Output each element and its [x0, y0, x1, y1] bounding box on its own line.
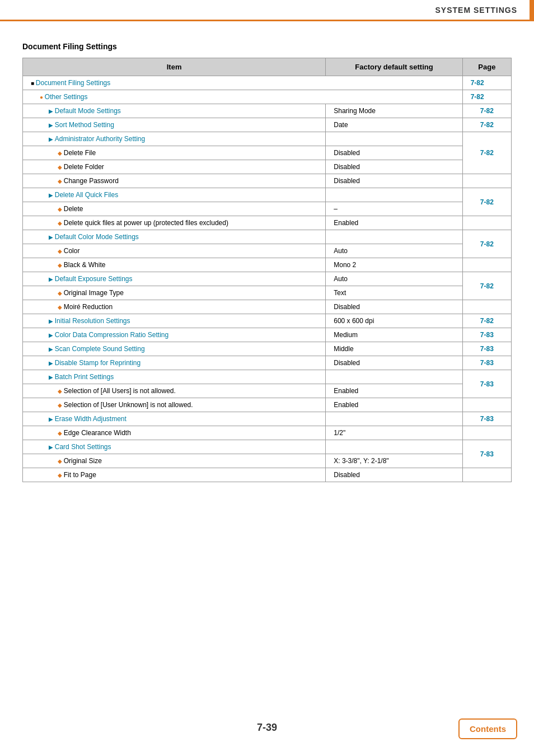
row-page [462, 216, 511, 230]
section-title: Document Filing Settings [22, 42, 512, 51]
row-item: Other Settings [23, 90, 463, 104]
settings-table: Item Factory default setting Page Docume… [22, 58, 512, 482]
table-row: Original Size X: 3-3/8", Y: 2-1/8" [23, 454, 512, 468]
col-header-item: Item [23, 58, 326, 76]
row-item: Administrator Authority Setting [23, 132, 326, 146]
row-item: Disable Stamp for Reprinting [23, 356, 326, 370]
row-value: 1/2" [326, 426, 462, 440]
row-item: Original Size [23, 454, 326, 468]
row-page[interactable]: 7-82 [462, 188, 511, 216]
table-row: Delete File Disabled [23, 146, 512, 160]
row-item: Change Password [23, 174, 326, 188]
row-item: Card Shot Settings [23, 440, 326, 454]
table-row: Default Mode Settings Sharing Mode 7-82 [23, 104, 512, 118]
row-link[interactable]: Sort Method Setting [55, 121, 114, 129]
row-link[interactable]: Administrator Authority Setting [55, 135, 145, 143]
row-page[interactable]: 7-82 [462, 314, 511, 328]
row-item: Batch Print Settings [23, 370, 326, 384]
row-value: Middle [326, 342, 462, 356]
row-page[interactable]: 7-82 [462, 104, 511, 118]
row-value: Enabled [326, 398, 462, 412]
row-item: Delete File [23, 146, 326, 160]
table-row: Delete All Quick Files 7-82 [23, 188, 512, 202]
row-link[interactable]: Initial Resolution Settings [55, 317, 130, 325]
row-value: Enabled [326, 216, 462, 230]
row-link[interactable]: Default Mode Settings [55, 107, 121, 115]
orange-stripe [530, 0, 534, 21]
row-page[interactable]: 7-83 [462, 412, 511, 426]
row-page [462, 300, 511, 314]
row-item: Color [23, 244, 326, 258]
row-link[interactable]: Default Color Mode Settings [55, 233, 139, 241]
row-page[interactable]: 7-82 [462, 272, 511, 300]
table-row: Fit to Page Disabled [23, 468, 512, 482]
table-row: Other Settings 7-82 [23, 90, 512, 104]
row-link[interactable]: Erase Width Adjustment [55, 415, 127, 423]
row-item: Default Mode Settings [23, 104, 326, 118]
table-row: Default Color Mode Settings 7-82 [23, 230, 512, 244]
row-link[interactable]: Card Shot Settings [55, 443, 111, 451]
contents-button[interactable]: Contents [458, 718, 517, 739]
row-item: Delete [23, 202, 326, 216]
table-row: Default Exposure Settings Auto 7-82 [23, 272, 512, 286]
row-link[interactable]: Default Exposure Settings [55, 275, 133, 283]
row-page [462, 426, 511, 440]
row-page[interactable]: 7-83 [462, 356, 511, 370]
row-value: Mono 2 [326, 258, 462, 272]
row-item: Black & White [23, 258, 326, 272]
row-page [462, 468, 511, 482]
footer: 7-39 [0, 722, 534, 734]
row-value: 600 x 600 dpi [326, 314, 462, 328]
row-value: Disabled [326, 300, 462, 314]
table-row: Delete Folder Disabled [23, 160, 512, 174]
main-content: Document Filing Settings Item Factory de… [0, 31, 534, 493]
row-item: Color Data Compression Ratio Setting [23, 328, 326, 342]
row-page[interactable]: 7-83 [462, 370, 511, 398]
row-link[interactable]: Other Settings [45, 93, 88, 101]
row-item: Default Exposure Settings [23, 272, 326, 286]
row-page[interactable]: 7-83 [462, 342, 511, 356]
table-row: Sort Method Setting Date 7-82 [23, 118, 512, 132]
row-item: Fit to Page [23, 468, 326, 482]
row-value: Auto [326, 244, 462, 258]
table-row: Delete – [23, 202, 512, 216]
row-page[interactable]: 7-82 [462, 118, 511, 132]
row-page[interactable]: 7-82 [462, 132, 511, 174]
row-item: Original Image Type [23, 286, 326, 300]
row-page[interactable]: 7-82 [462, 230, 511, 258]
table-row: Change Password Disabled [23, 174, 512, 188]
header-bar: SYSTEM SETTINGS [0, 0, 534, 21]
row-value [326, 412, 462, 426]
table-row: Initial Resolution Settings 600 x 600 dp… [23, 314, 512, 328]
row-value [326, 440, 462, 454]
row-value: Disabled [326, 146, 462, 160]
row-page[interactable]: 7-82 [462, 90, 511, 104]
table-row: Disable Stamp for Reprinting Disabled 7-… [23, 356, 512, 370]
table-row: Color Auto [23, 244, 512, 258]
row-link[interactable]: Disable Stamp for Reprinting [55, 359, 140, 367]
row-item: Selection of [User Unknown] is not allow… [23, 398, 326, 412]
row-value [326, 230, 462, 244]
row-item: Delete All Quick Files [23, 188, 326, 202]
row-page [462, 398, 511, 412]
row-page[interactable]: 7-82 [462, 76, 511, 90]
row-item: Delete quick files at power up (protecte… [23, 216, 326, 230]
row-value: Date [326, 118, 462, 132]
row-value: Text [326, 286, 462, 300]
table-row: Edge Clearance Width 1/2" [23, 426, 512, 440]
table-row: Erase Width Adjustment 7-83 [23, 412, 512, 426]
row-page[interactable]: 7-83 [462, 328, 511, 342]
row-item: Default Color Mode Settings [23, 230, 326, 244]
row-link[interactable]: Batch Print Settings [55, 373, 114, 381]
row-link[interactable]: Document Filing Settings [36, 79, 110, 87]
row-value: X: 3-3/8", Y: 2-1/8" [326, 454, 462, 468]
row-item: Sort Method Setting [23, 118, 326, 132]
row-page[interactable]: 7-83 [462, 440, 511, 468]
row-link[interactable]: Color Data Compression Ratio Setting [55, 331, 168, 339]
row-link[interactable]: Delete All Quick Files [55, 191, 118, 199]
table-row: Delete quick files at power up (protecte… [23, 216, 512, 230]
row-item: Initial Resolution Settings [23, 314, 326, 328]
row-link[interactable]: Scan Complete Sound Setting [55, 345, 145, 353]
table-row: Administrator Authority Setting 7-82 [23, 132, 512, 146]
row-item: Selection of [All Users] is not allowed. [23, 384, 326, 398]
